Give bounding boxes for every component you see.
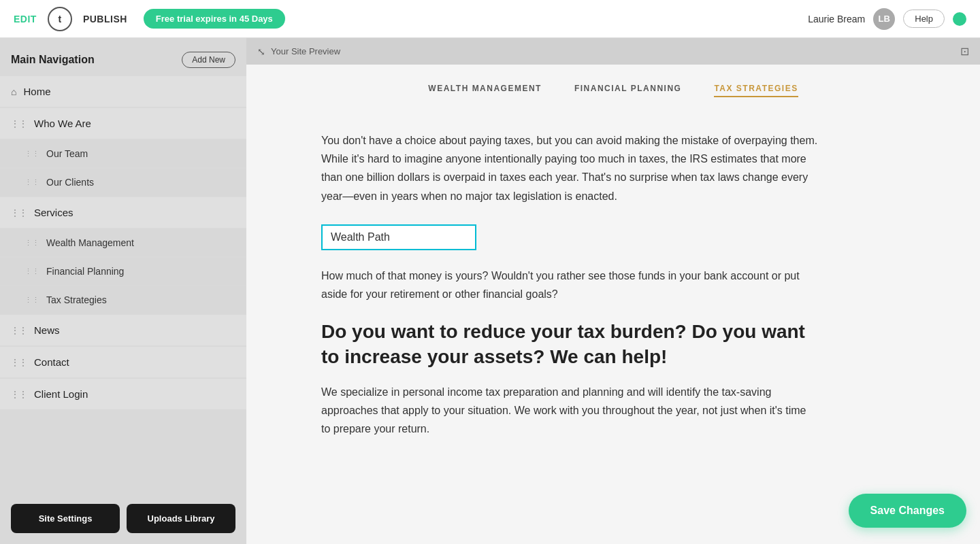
nav-item-tax-strategies-label: Tax Strategies	[46, 294, 107, 305]
drag-handle-icon: ⋮⋮	[24, 239, 39, 248]
site-settings-button[interactable]: Site Settings	[11, 504, 120, 533]
logo-circle[interactable]: t	[48, 7, 72, 31]
nav-item-client-login-label: Client Login	[34, 388, 88, 400]
avatar[interactable]: LB	[873, 8, 895, 30]
site-nav: WEALTH MANAGEMENT FINANCIAL PLANNING TAX…	[246, 65, 980, 111]
expand-icon[interactable]: ⊡	[960, 45, 969, 58]
nav-item-wealth-management-label: Wealth Management	[46, 237, 134, 248]
drag-handle-icon: ⋮⋮	[11, 326, 27, 335]
help-button[interactable]: Help	[903, 10, 945, 28]
preview-label-text: Your Site Preview	[271, 46, 340, 56]
drag-handle-icon: ⋮⋮	[11, 208, 27, 218]
nav-item-client-login[interactable]: ⋮⋮ Client Login	[0, 379, 246, 409]
last-paragraph: We specialize in personal income tax pre…	[321, 383, 818, 439]
drag-handle-icon: ⋮⋮	[24, 296, 39, 305]
nav-item-news-label: News	[34, 324, 60, 336]
nav-item-contact[interactable]: ⋮⋮ Contact	[0, 347, 246, 377]
nav-item-contact-label: Contact	[34, 356, 69, 368]
body-paragraph: You don't have a choice about paying tax…	[321, 131, 818, 205]
secondary-paragraph: How much of that money is yours? Wouldn'…	[321, 267, 818, 303]
trial-badge: Free trial expires in 45 Days	[144, 9, 285, 29]
page-content: You don't have a choice about paying tax…	[246, 111, 859, 465]
nav-item-our-team[interactable]: ⋮⋮ Our Team	[0, 140, 246, 167]
nav-item-news[interactable]: ⋮⋮ News	[0, 315, 246, 345]
big-heading: Do you want to reduce your tax burden? D…	[321, 320, 818, 369]
edit-label[interactable]: EDIT	[14, 14, 37, 24]
nav-item-financial-planning-label: Financial Planning	[46, 266, 124, 277]
sidebar-bottom: Site Settings Uploads Library	[0, 493, 246, 544]
nav-item-our-team-label: Our Team	[46, 148, 88, 159]
drag-handle-icon: ⋮⋮	[11, 390, 27, 399]
drag-handle-icon: ⋮⋮	[24, 150, 39, 158]
preview-area: ⤡ Your Site Preview ⊡ WEALTH MANAGEMENT …	[246, 38, 980, 544]
main-layout: Main Navigation Add New ⌂ Home ⋮⋮ Who We…	[0, 38, 980, 544]
site-nav-wealth-management[interactable]: WEALTH MANAGEMENT	[428, 84, 542, 97]
uploads-library-button[interactable]: Uploads Library	[127, 504, 235, 533]
nav-item-home[interactable]: ⌂ Home	[0, 76, 246, 107]
nav-item-tax-strategies[interactable]: ⋮⋮ Tax Strategies	[0, 286, 246, 313]
nav-item-wealth-management[interactable]: ⋮⋮ Wealth Management	[0, 229, 246, 256]
drag-handle-icon: ⋮⋮	[11, 119, 27, 129]
nav-item-financial-planning[interactable]: ⋮⋮ Financial Planning	[0, 258, 246, 285]
preview-topbar: ⤡ Your Site Preview ⊡	[246, 38, 980, 65]
top-bar-right: Laurie Bream LB Help	[808, 8, 966, 30]
add-new-button[interactable]: Add New	[182, 52, 235, 68]
notification-dot[interactable]	[953, 12, 966, 26]
preview-content: WEALTH MANAGEMENT FINANCIAL PLANNING TAX…	[246, 65, 980, 544]
save-changes-button[interactable]: Save Changes	[849, 494, 966, 528]
drag-handle-icon: ⋮⋮	[24, 178, 39, 187]
nav-item-who-we-are-label: Who We Are	[34, 118, 91, 129]
preview-label: ⤡ Your Site Preview	[257, 46, 340, 57]
inline-edit-input[interactable]	[321, 224, 476, 250]
drag-handle-icon: ⋮⋮	[11, 358, 27, 367]
nav-item-our-clients-label: Our Clients	[46, 177, 94, 188]
nav-item-services-label: Services	[34, 207, 74, 218]
home-icon: ⌂	[11, 86, 16, 97]
logo-letter: t	[59, 14, 62, 24]
nav-item-services[interactable]: ⋮⋮ Services	[0, 197, 246, 228]
sidebar: Main Navigation Add New ⌂ Home ⋮⋮ Who We…	[0, 38, 246, 544]
site-nav-tax-strategies[interactable]: TAX STRATEGIES	[714, 84, 798, 97]
site-nav-financial-planning[interactable]: FINANCIAL PLANNING	[574, 84, 681, 97]
nav-item-our-clients[interactable]: ⋮⋮ Our Clients	[0, 169, 246, 196]
drag-handle-icon: ⋮⋮	[24, 267, 39, 276]
nav-item-who-we-are[interactable]: ⋮⋮ Who We Are	[0, 108, 246, 139]
arrows-icon: ⤡	[257, 46, 265, 57]
publish-label[interactable]: PUBLISH	[83, 14, 127, 24]
sidebar-header: Main Navigation Add New	[0, 38, 246, 76]
nav-item-home-label: Home	[23, 86, 50, 97]
top-bar: EDIT t PUBLISH Free trial expires in 45 …	[0, 0, 980, 38]
sidebar-title: Main Navigation	[11, 54, 95, 66]
user-name: Laurie Bream	[808, 14, 865, 24]
